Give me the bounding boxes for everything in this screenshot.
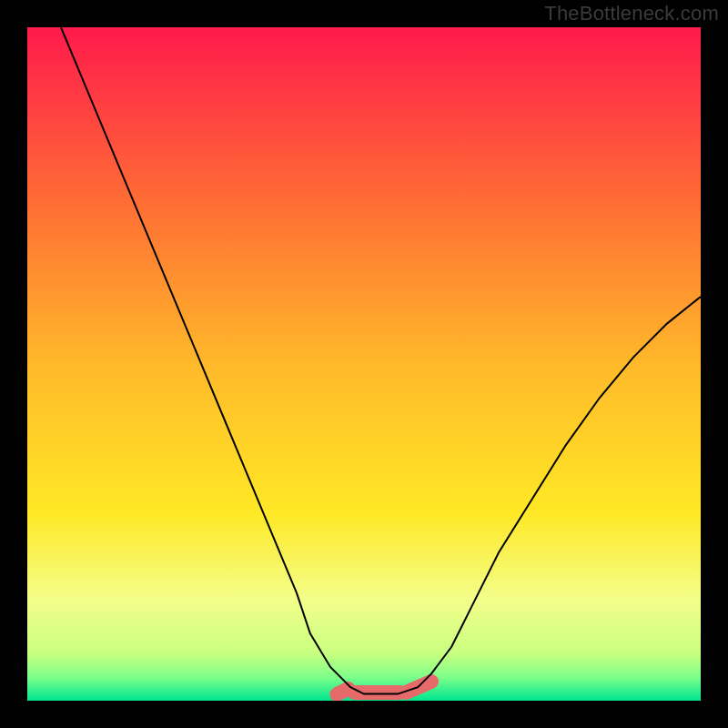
watermark-label: TheBottleneck.com — [544, 2, 719, 25]
chart-frame: TheBottleneck.com — [0, 0, 728, 728]
gradient-background — [27, 27, 701, 701]
bottleneck-chart — [27, 27, 701, 701]
